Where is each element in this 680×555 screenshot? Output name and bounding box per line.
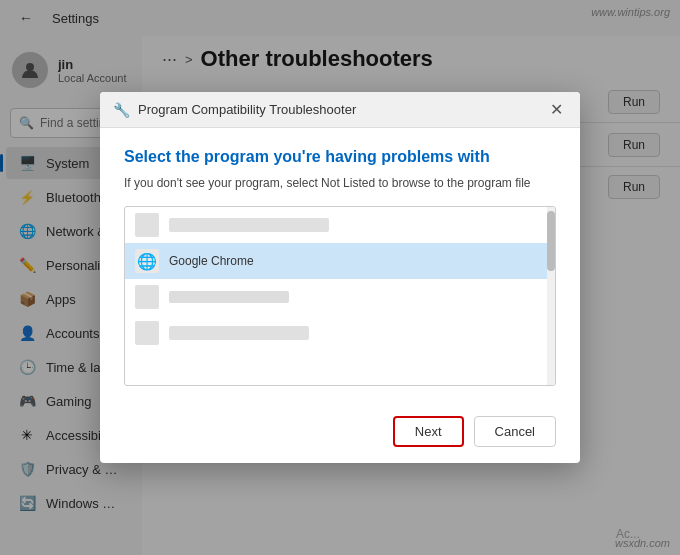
modal-heading: Select the program you're having problem… [124, 148, 556, 166]
list-item[interactable] [125, 207, 555, 243]
program-icon [135, 321, 159, 345]
settings-window: www.wintips.org ← Settings jin Local Acc… [0, 0, 680, 555]
modal-subtext: If you don't see your program, select No… [124, 176, 556, 190]
program-icon [135, 213, 159, 237]
next-button[interactable]: Next [393, 416, 464, 447]
list-item[interactable] [125, 315, 555, 351]
scrollbar-thumb [547, 211, 555, 271]
cancel-button[interactable]: Cancel [474, 416, 556, 447]
list-item[interactable] [125, 279, 555, 315]
modal-close-button[interactable]: ✕ [544, 98, 568, 122]
program-name-blurred [169, 218, 329, 232]
chrome-label: Google Chrome [169, 254, 254, 268]
modal-overlay: 🔧 Program Compatibility Troubleshooter ✕… [0, 0, 680, 555]
modal-titlebar: 🔧 Program Compatibility Troubleshooter ✕ [100, 92, 580, 128]
watermark-top: www.wintips.org [591, 6, 670, 18]
modal-app-icon: 🔧 [112, 101, 130, 119]
program-icon [135, 285, 159, 309]
modal-title: Program Compatibility Troubleshooter [138, 102, 536, 117]
program-name-blurred [169, 326, 309, 340]
modal-footer: Next Cancel [100, 406, 580, 463]
program-compatibility-modal: 🔧 Program Compatibility Troubleshooter ✕… [100, 92, 580, 463]
list-item-google-chrome[interactable]: 🌐 Google Chrome [125, 243, 555, 279]
program-name-blurred [169, 291, 289, 303]
modal-body: Select the program you're having problem… [100, 128, 580, 406]
chrome-icon: 🌐 [135, 249, 159, 273]
program-list[interactable]: 🌐 Google Chrome [124, 206, 556, 386]
list-scrollbar[interactable] [547, 207, 555, 385]
